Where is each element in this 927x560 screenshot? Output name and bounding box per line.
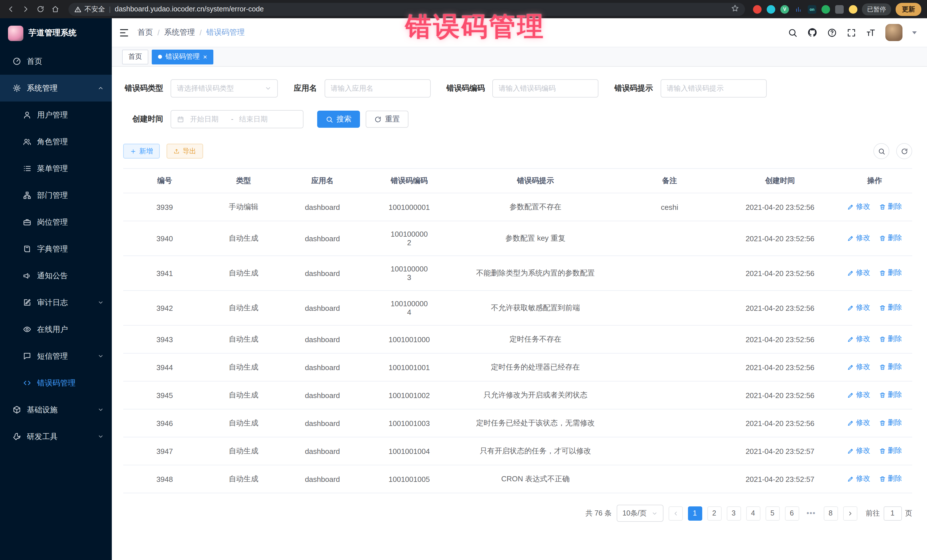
delete-link[interactable]: 删除: [879, 303, 902, 313]
delete-link[interactable]: 删除: [879, 418, 902, 428]
sidebar-item-notice[interactable]: 通知公告: [0, 262, 112, 289]
delete-link[interactable]: 删除: [879, 234, 902, 243]
tab-home[interactable]: 首页: [122, 49, 148, 64]
delete-link[interactable]: 删除: [879, 390, 902, 400]
gear-icon: [12, 84, 21, 93]
bookmark-star-icon[interactable]: [731, 4, 739, 15]
sidebar-item-audit-log[interactable]: 审计日志: [0, 289, 112, 316]
delete-link[interactable]: 删除: [879, 268, 902, 278]
sidebar-item-sms[interactable]: 短信管理: [0, 343, 112, 370]
edit-link[interactable]: 修改: [847, 363, 870, 372]
cell-app: dashboard: [281, 193, 364, 221]
forward-icon[interactable]: [21, 4, 31, 14]
page-button-4[interactable]: 4: [746, 506, 760, 521]
sidebar-item-home[interactable]: 首页: [0, 48, 112, 75]
menu-fold-icon[interactable]: [119, 27, 129, 38]
sidebar-item-menu[interactable]: 菜单管理: [0, 155, 112, 182]
reload-icon[interactable]: [35, 4, 46, 14]
tab-error-code[interactable]: 错误码管理 ×: [152, 49, 213, 64]
paused-badge[interactable]: 已暂停: [862, 3, 891, 15]
app-logo-row[interactable]: 芋道管理系统: [0, 18, 112, 48]
cell-type: 自动生成: [206, 353, 281, 381]
stats-extension-icon[interactable]: [794, 5, 802, 14]
refresh-table-button[interactable]: [896, 143, 912, 159]
font-size-icon[interactable]: [866, 28, 876, 37]
search-icon[interactable]: [788, 28, 798, 37]
date-range-picker[interactable]: -: [170, 110, 304, 128]
close-icon[interactable]: ×: [203, 53, 207, 60]
toggle-search-button[interactable]: [873, 143, 889, 159]
url-text[interactable]: dashboard.yudao.iocoder.cn/system/error-…: [115, 5, 727, 13]
help-icon[interactable]: [827, 28, 837, 37]
delete-link[interactable]: 删除: [879, 474, 902, 484]
export-button[interactable]: 导出: [167, 144, 203, 159]
end-date-input[interactable]: [238, 115, 275, 124]
extension-icon[interactable]: [753, 5, 761, 14]
delete-link[interactable]: 删除: [879, 446, 902, 456]
edit-link[interactable]: 修改: [847, 268, 870, 278]
page-button-3[interactable]: 3: [726, 506, 741, 521]
sidebar-item-system[interactable]: 系统管理: [0, 75, 112, 102]
goto-suffix: 页: [905, 508, 912, 518]
goto-page-input[interactable]: [883, 506, 902, 521]
security-indicator[interactable]: 不安全: [74, 4, 105, 14]
vue-devtools-extension-icon[interactable]: V: [780, 5, 789, 14]
edit-link[interactable]: 修改: [847, 390, 870, 400]
sidebar-item-dev-tools[interactable]: 研发工具: [0, 423, 112, 450]
fullscreen-icon[interactable]: [846, 28, 856, 37]
error-hint-input[interactable]: [660, 79, 766, 97]
pin-extension-icon[interactable]: [835, 5, 844, 14]
page-size-select[interactable]: 10条/页: [617, 505, 663, 522]
edit-link[interactable]: 修改: [847, 202, 870, 212]
sidebar-item-dict[interactable]: 字典管理: [0, 235, 112, 262]
sidebar-item-online-user[interactable]: 在线用户: [0, 316, 112, 343]
edit-link[interactable]: 修改: [847, 303, 870, 313]
app-title: 芋道管理系统: [29, 28, 76, 38]
sidebar-item-label: 基础设施: [27, 405, 58, 415]
prev-page-button[interactable]: [668, 506, 682, 521]
delete-link[interactable]: 删除: [879, 202, 902, 212]
error-code-input[interactable]: [492, 79, 599, 97]
error-type-select[interactable]: 请选择错误码类型: [170, 79, 278, 97]
edit-link[interactable]: 修改: [847, 234, 870, 243]
extension-icon[interactable]: [821, 5, 830, 14]
github-icon[interactable]: [807, 27, 818, 38]
page-button-5[interactable]: 5: [765, 506, 780, 521]
breadcrumb-item[interactable]: 首页: [137, 27, 153, 38]
reset-button[interactable]: 重置: [366, 111, 409, 128]
page-button-1[interactable]: 1: [688, 506, 702, 521]
app-name-input[interactable]: [324, 79, 430, 97]
on-switch-extension-icon[interactable]: on: [808, 5, 816, 14]
edit-link[interactable]: 修改: [847, 334, 870, 344]
sidebar-item-error-code[interactable]: 错误码管理: [0, 370, 112, 396]
address-bar[interactable]: 不安全 | dashboard.yudao.iocoder.cn/system/…: [68, 3, 745, 16]
back-icon[interactable]: [6, 4, 16, 14]
sidebar-item-role[interactable]: 角色管理: [0, 128, 112, 155]
home-icon[interactable]: [50, 4, 61, 14]
update-button[interactable]: 更新: [896, 3, 921, 16]
sidebar-item-user[interactable]: 用户管理: [0, 102, 112, 128]
sidebar-item-infra[interactable]: 基础设施: [0, 396, 112, 423]
breadcrumb-item[interactable]: 系统管理: [164, 27, 195, 38]
filter-app-name: 应用名: [294, 79, 430, 97]
extension-icon[interactable]: [767, 5, 775, 14]
profile-avatar-icon[interactable]: [849, 5, 857, 14]
edit-link[interactable]: 修改: [847, 474, 870, 484]
delete-link[interactable]: 删除: [879, 363, 902, 372]
page-ellipsis-button[interactable]: •••: [804, 506, 818, 521]
avatar-chevron-down-icon[interactable]: [912, 31, 917, 34]
delete-link[interactable]: 删除: [879, 334, 902, 344]
search-button[interactable]: 搜索: [317, 111, 360, 128]
user-avatar[interactable]: [885, 24, 903, 41]
sidebar-item-dept[interactable]: 部门管理: [0, 182, 112, 209]
sidebar-item-post[interactable]: 岗位管理: [0, 209, 112, 235]
page-button-8[interactable]: 8: [824, 506, 838, 521]
edit-link[interactable]: 修改: [847, 446, 870, 456]
next-page-button[interactable]: [843, 506, 857, 521]
add-button[interactable]: 新增: [123, 144, 160, 159]
edit-link[interactable]: 修改: [847, 418, 870, 428]
page-button-2[interactable]: 2: [707, 506, 721, 521]
start-date-input[interactable]: [189, 115, 226, 124]
cell-actions: 修改 删除: [837, 465, 912, 493]
page-button-6[interactable]: 6: [785, 506, 799, 521]
